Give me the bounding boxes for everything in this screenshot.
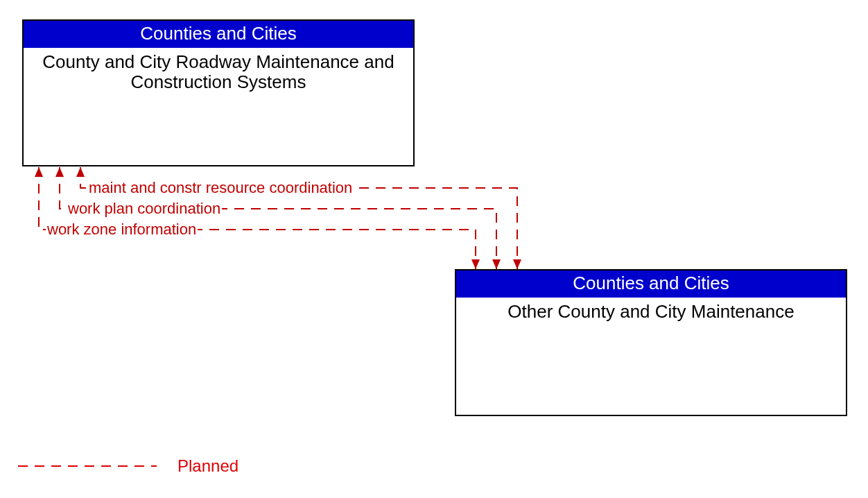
svg-marker-0 bbox=[76, 167, 85, 177]
flow-label-1: maint and constr resource coordination bbox=[87, 179, 354, 197]
flow-label-2: work plan coordination bbox=[67, 200, 222, 218]
svg-marker-5 bbox=[471, 259, 480, 269]
entity-box-top-body: County and City Roadway Maintenance and … bbox=[24, 48, 413, 98]
svg-marker-4 bbox=[35, 167, 43, 177]
entity-box-bottom-body: Other County and City Maintenance bbox=[456, 298, 846, 327]
svg-marker-1 bbox=[513, 259, 521, 269]
flow-label-3: work zone information bbox=[46, 221, 198, 239]
entity-box-top: Counties and Cities County and City Road… bbox=[22, 19, 415, 166]
entity-box-bottom: Counties and Cities Other County and Cit… bbox=[455, 269, 847, 416]
svg-marker-3 bbox=[492, 259, 501, 269]
entity-box-top-header: Counties and Cities bbox=[24, 21, 413, 48]
svg-marker-2 bbox=[55, 167, 64, 177]
entity-box-bottom-header: Counties and Cities bbox=[456, 271, 846, 298]
legend-planned-label: Planned bbox=[177, 456, 238, 476]
